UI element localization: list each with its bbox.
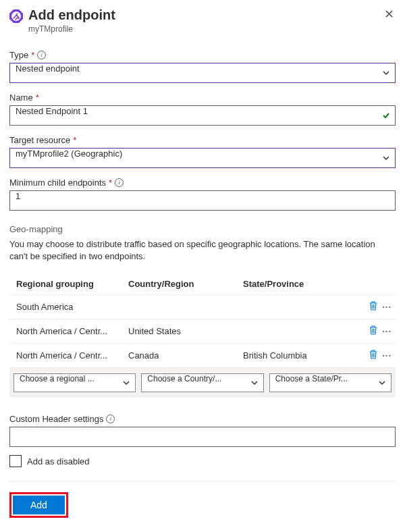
geo-mapping-table: Regional grouping Country/Region State/P…	[9, 273, 396, 398]
required-indicator: *	[109, 178, 112, 188]
panel-subtitle: myTMprofile	[28, 24, 377, 34]
info-icon[interactable]: i	[115, 178, 124, 187]
geo-cell-regional: North America / Centr...	[14, 350, 128, 361]
name-label: Name	[9, 92, 33, 103]
more-icon[interactable]: ···	[382, 329, 392, 334]
geo-row: North America / Centr... United States ·…	[9, 319, 396, 344]
custom-header-input[interactable]	[9, 427, 396, 447]
geo-cell-regional: South America	[14, 302, 128, 312]
geo-cell-country: Canada	[128, 350, 243, 361]
add-disabled-label: Add as disabled	[27, 456, 90, 467]
more-icon[interactable]: ···	[382, 305, 392, 310]
info-icon[interactable]: i	[37, 51, 46, 59]
min-child-input[interactable]: 1	[9, 190, 396, 211]
col-state: State/Province	[243, 279, 358, 289]
min-child-label: Minimum child endpoints	[9, 178, 106, 188]
traffic-manager-icon	[9, 9, 23, 23]
trash-icon[interactable]	[369, 325, 378, 338]
geo-mapping-label: Geo-mapping	[9, 224, 396, 234]
custom-header-label: Custom Header settings	[9, 414, 103, 424]
type-label: Type	[9, 50, 28, 60]
geo-cell-regional: North America / Centr...	[14, 326, 128, 336]
target-resource-label: Target resource	[9, 135, 70, 145]
trash-icon[interactable]	[369, 300, 378, 313]
country-picker[interactable]: Choose a Country/...	[141, 373, 263, 392]
add-button-highlight: Add	[9, 492, 68, 518]
trash-icon[interactable]	[369, 349, 378, 362]
geo-row: North America / Centr... Canada British …	[9, 344, 396, 368]
add-disabled-checkbox[interactable]	[9, 455, 22, 467]
required-indicator: *	[36, 92, 39, 103]
close-icon[interactable]: ✕	[383, 7, 396, 22]
geo-row: South America ···	[9, 295, 396, 319]
geo-cell-state: British Columbia	[243, 350, 358, 361]
required-indicator: *	[73, 135, 76, 145]
required-indicator: *	[31, 50, 34, 60]
panel-title: Add endpoint	[28, 7, 377, 23]
col-regional: Regional grouping	[14, 279, 128, 289]
target-resource-select[interactable]: myTMprofile2 (Geographic)	[9, 148, 396, 168]
more-icon[interactable]: ···	[382, 354, 392, 358]
col-country: Country/Region	[128, 279, 243, 289]
type-select[interactable]: Nested endpoint	[9, 63, 396, 83]
state-picker[interactable]: Choose a State/Pr...	[269, 373, 392, 392]
geo-mapping-help: You may choose to distribute traffic bas…	[9, 238, 396, 263]
geo-cell-country: United States	[128, 326, 243, 336]
name-input[interactable]: Nested Endpoint 1	[9, 105, 396, 126]
add-button[interactable]: Add	[13, 496, 65, 514]
info-icon[interactable]: i	[106, 415, 115, 423]
regional-picker[interactable]: Choose a regional ...	[14, 373, 136, 392]
geo-picker-row: Choose a regional ... Choose a Country/.…	[9, 368, 396, 398]
